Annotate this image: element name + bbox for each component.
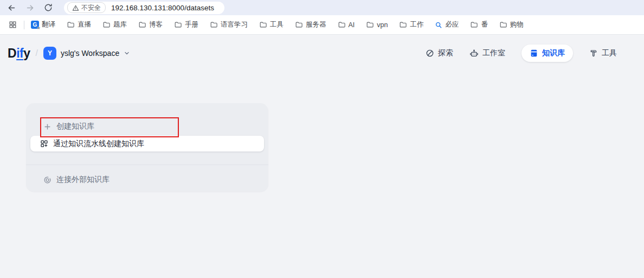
explore-icon xyxy=(426,49,434,58)
blocks-plus-icon xyxy=(40,140,48,148)
apps-grid-icon[interactable] xyxy=(7,19,18,31)
security-chip[interactable]: 不安全 xyxy=(67,2,106,13)
browser-toolbar: 不安全 192.168.130.131:8000/datasets xyxy=(0,0,644,15)
folder-icon xyxy=(338,21,346,29)
bookmark-folder[interactable]: 题库 xyxy=(102,20,127,29)
bookmark-label: 服务器 xyxy=(306,20,326,29)
folder-icon xyxy=(366,21,374,29)
folder-icon xyxy=(174,21,182,29)
chevron-down-icon xyxy=(124,50,130,56)
bookmark-label: 工具 xyxy=(270,20,284,29)
hammer-icon xyxy=(589,49,598,58)
screen: 不安全 192.168.130.131:8000/datasets G★ 翻译 … xyxy=(0,0,644,278)
nav-tools[interactable]: 工具 xyxy=(589,48,617,58)
nav-knowledge[interactable]: 知识库 xyxy=(521,45,573,62)
external-knowledge-icon xyxy=(43,176,51,184)
connect-external-label: 连接外部知识库 xyxy=(56,175,110,185)
create-knowledge-card: 创建知识库 通过知识流水线创建知识库 连接外部知识库 xyxy=(26,103,268,192)
back-icon[interactable] xyxy=(4,1,18,14)
nav-label: 工作室 xyxy=(482,48,505,58)
bookmarks-bar: G★ 翻译 直播 题库 博客 手册 语言学习 xyxy=(0,15,644,35)
create-from-pipeline-item[interactable]: 通过知识流水线创建知识库 xyxy=(30,136,264,151)
bookmark-label: 手册 xyxy=(185,20,198,29)
nav-label: 工具 xyxy=(602,48,617,58)
create-knowledge-label: 创建知识库 xyxy=(56,122,94,131)
nav-studio[interactable]: 工作室 xyxy=(469,48,505,58)
url-text[interactable]: 192.168.130.131:8000/datasets xyxy=(111,4,214,12)
folder-icon xyxy=(295,21,303,29)
bookmark-label: 番 xyxy=(481,20,488,29)
translate-icon: G★ xyxy=(31,21,39,29)
bookmark-label: 直播 xyxy=(78,20,91,29)
bookmark-label: 题库 xyxy=(113,20,127,29)
bookmark-folder[interactable]: 服务器 xyxy=(295,20,326,29)
bookmark-folder[interactable]: vpn xyxy=(366,21,388,29)
folder-icon xyxy=(138,21,146,29)
bookmark-label: 语言学习 xyxy=(221,20,248,29)
bookmark-folder[interactable]: 直播 xyxy=(67,20,91,29)
bookmark-label: 必应 xyxy=(445,20,459,29)
nav-explore[interactable]: 探索 xyxy=(426,48,453,58)
bookmark-label: 博客 xyxy=(149,20,163,29)
search-icon xyxy=(435,21,442,29)
warning-icon xyxy=(72,4,79,11)
connect-external-item[interactable]: 连接外部知识库 xyxy=(43,172,110,187)
bookmark-folder[interactable]: 工作 xyxy=(399,20,423,29)
folder-icon xyxy=(210,21,218,29)
folder-icon xyxy=(470,21,478,29)
bookmark-label: 翻译 xyxy=(42,20,55,29)
bookmark-label: vpn xyxy=(377,21,388,29)
bookmark-folder[interactable]: AI xyxy=(338,21,355,29)
workspace-selector[interactable]: Y yslg's Workspace xyxy=(43,47,130,60)
folder-icon xyxy=(102,21,111,29)
dify-logo[interactable]: Dify xyxy=(8,46,30,61)
create-from-pipeline-label: 通过知识流水线创建知识库 xyxy=(53,139,144,149)
brand-area: Dify / Y yslg's Workspace xyxy=(8,46,130,61)
app-header: Dify / Y yslg's Workspace 探索 工作室 xyxy=(0,44,644,62)
dify-page: Dify / Y yslg's Workspace 探索 工作室 xyxy=(0,35,644,278)
bookmark-folder[interactable]: 购物 xyxy=(499,20,524,29)
bookmark-folder[interactable]: 手册 xyxy=(174,20,198,29)
bookmark-bing[interactable]: 必应 xyxy=(435,20,459,29)
bookmark-translate[interactable]: G★ 翻译 xyxy=(31,20,55,29)
book-icon xyxy=(530,49,538,58)
forward-icon[interactable] xyxy=(23,1,37,14)
nav-label: 探索 xyxy=(438,48,453,58)
bookmark-label: 工作 xyxy=(410,20,423,29)
folder-icon xyxy=(499,21,507,29)
breadcrumb-separator: / xyxy=(35,48,37,58)
folder-icon xyxy=(67,21,75,29)
folder-icon xyxy=(259,21,267,29)
bookmark-label: AI xyxy=(349,21,355,29)
security-label: 不安全 xyxy=(81,3,101,12)
folder-icon xyxy=(399,21,407,29)
workspace-name: yslg's Workspace xyxy=(61,49,119,58)
bookmark-folder[interactable]: 语言学习 xyxy=(210,20,248,29)
workspace-avatar: Y xyxy=(43,47,56,60)
main-nav: 探索 工作室 知识库 工具 xyxy=(426,45,617,62)
reload-icon[interactable] xyxy=(41,1,55,14)
plus-icon xyxy=(43,123,51,131)
bookmark-label: 购物 xyxy=(510,20,524,29)
bookmarks-list: G★ 翻译 直播 题库 博客 手册 语言学习 xyxy=(31,20,524,29)
bookmark-folder[interactable]: 番 xyxy=(470,20,488,29)
bookmarks-separator xyxy=(24,21,24,29)
card-divider xyxy=(26,165,268,165)
nav-label: 知识库 xyxy=(542,48,565,58)
address-bar[interactable]: 不安全 192.168.130.131:8000/datasets xyxy=(64,2,224,14)
create-knowledge-item[interactable]: 创建知识库 xyxy=(43,119,94,134)
robot-icon xyxy=(469,49,479,58)
bookmark-folder[interactable]: 博客 xyxy=(138,20,163,29)
bookmark-folder[interactable]: 工具 xyxy=(259,20,284,29)
